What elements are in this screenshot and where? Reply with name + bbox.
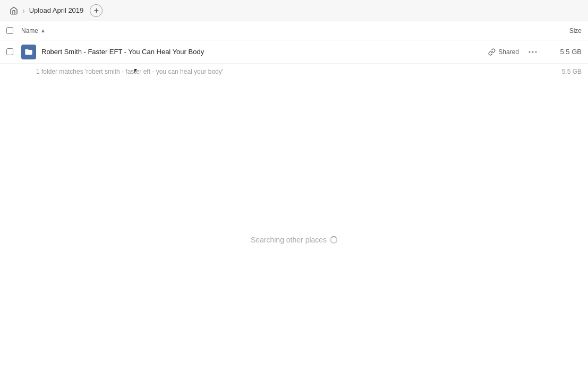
file-name: Robert Smith - Faster EFT - You Can Heal… (41, 48, 488, 56)
match-info-row: 1 folder matches 'robert smith - faster … (0, 64, 588, 80)
folder-icon (21, 45, 36, 59)
row-checkbox[interactable] (6, 48, 21, 55)
add-button[interactable]: + (90, 4, 103, 17)
row-checkbox-input[interactable] (6, 48, 13, 55)
select-all-input[interactable] (6, 27, 13, 34)
svg-point-1 (532, 51, 534, 53)
name-column-header[interactable]: Name ▲ (21, 27, 544, 34)
file-size: 5.5 GB (544, 48, 582, 56)
searching-label: Searching other places (251, 236, 327, 244)
breadcrumb-upload-april[interactable]: Upload April 2019 (26, 4, 87, 16)
breadcrumb-separator: › (22, 6, 25, 15)
searching-other-places: Searching other places (251, 236, 337, 244)
size-column-header: Size (544, 27, 582, 34)
select-all-checkbox[interactable] (6, 27, 21, 34)
file-row[interactable]: Robert Smith - Faster EFT - You Can Heal… (0, 40, 588, 64)
sort-icon: ▲ (40, 28, 46, 33)
match-info-size: 5.5 GB (562, 68, 582, 75)
svg-point-2 (535, 51, 537, 53)
shared-label: Shared (498, 48, 519, 56)
column-headers: Name ▲ Size (0, 21, 588, 40)
shared-badge: Shared (488, 48, 519, 56)
loading-spinner (330, 236, 337, 244)
match-info-text: 1 folder matches 'robert smith - faster … (36, 68, 223, 75)
svg-point-0 (529, 51, 531, 53)
toolbar: › Upload April 2019 + (0, 0, 588, 21)
more-dots-icon (529, 51, 537, 53)
home-button[interactable] (6, 3, 21, 18)
more-options-button[interactable] (525, 45, 540, 59)
name-column-label: Name (21, 27, 38, 34)
link-icon (488, 48, 496, 56)
